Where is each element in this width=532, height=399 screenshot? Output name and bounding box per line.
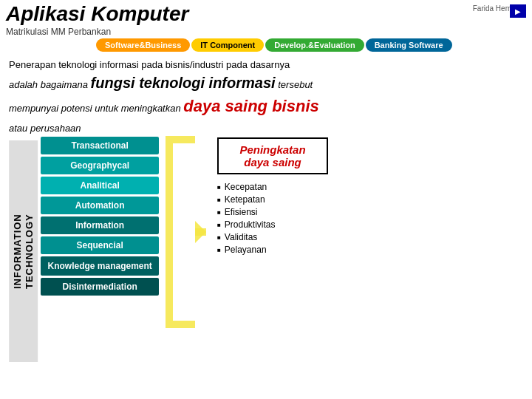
intro-text: Penerapan teknologi informasi pada bisni… (9, 58, 523, 119)
bullet-efisiensi: Efisiensi (217, 207, 276, 217)
svg-rect-2 (195, 228, 206, 236)
subtitle: Matrikulasi MM Perbankan (6, 27, 188, 37)
right-panel: Peningkatan daya saing Kecepatan Ketepat… (210, 137, 523, 257)
play-button[interactable] (510, 4, 526, 18)
box-analitical: Analitical (41, 177, 159, 194)
bullet-validitas: Validitas (217, 232, 276, 242)
intro-line2-pre: adalah bagaimana (9, 79, 88, 90)
tab-banking-software[interactable]: Banking Software (366, 38, 452, 52)
bullet-kecepatan: Kecepatan (217, 182, 276, 192)
arrow-area (166, 136, 210, 331)
nav-bar: Software&Business IT Component Develop.&… (0, 37, 532, 52)
connecting-arrow (166, 136, 210, 328)
intro-line1: Penerapan teknologi informasi pada bisni… (9, 59, 290, 70)
tab-software-business[interactable]: Software&Business (96, 38, 190, 52)
svg-marker-0 (166, 136, 195, 328)
bullet-produktivitas: Produktivitas (217, 219, 276, 230)
box-knowledge-management: Knowledge management (41, 256, 159, 276)
tab-develop-evaluation[interactable]: Develop.&Evaluation (265, 38, 364, 52)
box-information: Information (41, 216, 159, 234)
tab-it-component[interactable]: IT Component (191, 38, 264, 52)
vertical-label-wrap: INFORMATIONTECHNOLOGY (9, 137, 38, 366)
intro-line2-post: tersebut (278, 79, 313, 90)
box-transactional: Transactional (41, 137, 159, 154)
atau-perusahaan-text: atau perusahaan (9, 123, 159, 134)
title-block: Aplikasi Komputer Matrikulasi MM Perbank… (6, 3, 188, 37)
box-automation: Automation (41, 197, 159, 214)
intro-line3-mid: daya saing bisnis (183, 97, 318, 115)
bullet-ketepatan: Ketepatan (217, 194, 276, 205)
bullet-pelayanan: Pelayanan (217, 245, 276, 255)
intro-line3-pre: mempunyai potensi untuk meningkatkan (9, 103, 181, 114)
boxes-column: Transactional Geographycal Analitical Au… (41, 137, 159, 366)
bullets-list: Kecepatan Ketepatan Efisiensi Produktivi… (217, 182, 276, 257)
box-disintermediation: Disintermediation (41, 278, 159, 296)
peningkatan-box: Peningkatan daya saing (217, 137, 328, 174)
peningkatan-line2: daya saing (228, 156, 318, 168)
app-title: Aplikasi Komputer (6, 3, 188, 26)
header: Aplikasi Komputer Matrikulasi MM Perbank… (0, 0, 532, 37)
left-panel: atau perusahaan INFORMATIONTECHNOLOGY Tr… (9, 123, 164, 366)
peningkatan-line1: Peningkatan (228, 143, 318, 156)
intro-line2-mid: fungsi teknologi informasi (91, 75, 276, 91)
content-area: atau perusahaan INFORMATIONTECHNOLOGY Tr… (9, 123, 523, 366)
box-geographycal: Geographycal (41, 157, 159, 174)
main-content: Penerapan teknologi informasi pada bisni… (0, 52, 532, 369)
box-sequencial: Sequencial (41, 236, 159, 254)
vertical-label: INFORMATIONTECHNOLOGY (9, 140, 38, 362)
